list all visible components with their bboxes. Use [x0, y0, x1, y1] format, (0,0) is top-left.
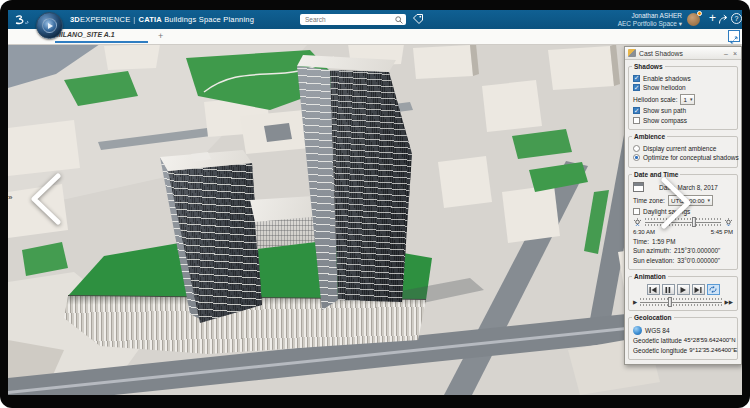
- brand-title: 3DEXPERIENCE|CATIA Buildings Space Plann…: [70, 15, 254, 24]
- optimize-shadows-radio[interactable]: [633, 154, 640, 161]
- datum-value: WGS 84: [645, 327, 670, 334]
- latitude-label: Geodetic latitude: [633, 337, 682, 344]
- minimize-button[interactable]: –: [723, 50, 729, 57]
- speed-slider-thumb[interactable]: [668, 297, 672, 307]
- longitude-value: 9°12'35.246400"E: [689, 347, 737, 354]
- animation-speed-slider[interactable]: [640, 298, 721, 306]
- sunset-icon: [724, 218, 733, 227]
- search-icon[interactable]: [395, 16, 403, 24]
- 3ds-logo-icon: [14, 14, 30, 26]
- compass-inner: [42, 18, 57, 33]
- row-longitude: Geodetic longitude 9°12'35.246400"E: [633, 347, 733, 354]
- share-icon[interactable]: [718, 14, 729, 25]
- panel-header[interactable]: Cast Shadows – ×: [625, 47, 741, 60]
- sunset-time: 5:45 PM: [711, 229, 733, 235]
- user-name: Jonathan ASHER: [618, 12, 682, 20]
- heliodon-scale-dropdown[interactable]: 1: [680, 94, 695, 105]
- sun-elevation-value: 33°0'0.000000": [677, 257, 720, 264]
- search-input[interactable]: [303, 15, 395, 24]
- speed-faster-icon[interactable]: ▶▶: [725, 299, 733, 305]
- tab-bar: MILANO_SITE A.1 +: [8, 29, 742, 45]
- row-show-compass[interactable]: Show compass: [633, 117, 733, 124]
- add-content-button[interactable]: +: [709, 11, 716, 25]
- enable-shadows-label: Enable shadows: [643, 75, 691, 82]
- time-value: 1:59 PM: [652, 238, 675, 245]
- previous-view-arrow[interactable]: [26, 172, 66, 226]
- group-ambience-title: Ambience: [632, 133, 667, 140]
- group-shadows-title: Shadows: [632, 63, 665, 70]
- brand-app: CATIA: [139, 15, 162, 24]
- animation-speed-row: ▶ ▶▶: [633, 298, 733, 306]
- next-view-arrow[interactable]: [656, 176, 696, 230]
- group-ambience: Ambience Display current ambience Optimi…: [628, 136, 738, 168]
- close-icon[interactable]: ×: [732, 50, 738, 57]
- group-geolocation: Geolocation WGS 84 Geodetic latitude 45°…: [628, 317, 738, 360]
- skip-to-start-button[interactable]: [647, 284, 660, 295]
- sunrise-icon: [633, 218, 642, 227]
- user-info[interactable]: Jonathan ASHER AEC Portfolio Space ▾: [618, 12, 682, 28]
- active-tab-underline: [55, 41, 148, 43]
- show-sun-path-label: Show sun path: [643, 107, 686, 114]
- app-window: 3DEXPERIENCE|CATIA Buildings Space Plann…: [8, 10, 742, 395]
- skip-to-end-button[interactable]: [692, 284, 705, 295]
- compass-play-icon: [48, 23, 53, 29]
- show-heliodon-label: Show heliodon: [643, 84, 686, 91]
- row-datum: WGS 84: [633, 326, 733, 335]
- sunrise-time: 6:30 AM: [633, 229, 655, 235]
- user-space-selector[interactable]: AEC Portfolio Space ▾: [618, 20, 682, 28]
- group-animation: Animation: [628, 276, 738, 311]
- row-show-heliodon[interactable]: Show heliodon: [633, 84, 733, 91]
- left-edge-expander-icon[interactable]: »: [8, 194, 12, 202]
- notification-dot: [697, 11, 702, 16]
- group-animation-title: Animation: [632, 273, 668, 280]
- latitude-value: 45°28'59.642400"N: [684, 337, 736, 344]
- group-shadows: Shadows Enable shadows Show heliodon Hel…: [628, 66, 738, 130]
- search-box[interactable]: [300, 14, 406, 25]
- viewport-3d[interactable]: » Cast Shadows – × Shadows Enable shadow…: [8, 44, 742, 395]
- row-show-sun-path[interactable]: Show sun path: [633, 107, 733, 114]
- play-button[interactable]: [677, 284, 690, 295]
- speed-slower-icon[interactable]: ▶: [633, 299, 637, 305]
- row-display-current-ambience[interactable]: Display current ambience: [633, 145, 733, 152]
- brand-module: Buildings Space Planning: [164, 15, 254, 24]
- loop-animation-toggle[interactable]: [707, 284, 720, 295]
- row-optimize-shadows[interactable]: Optimize for conceptual shadows: [633, 154, 733, 161]
- group-geolocation-title: Geolocation: [632, 314, 674, 321]
- top-bar: 3DEXPERIENCE|CATIA Buildings Space Plann…: [8, 10, 742, 29]
- brand-separator: |: [133, 15, 135, 24]
- chevron-down-icon: ▾: [679, 20, 682, 27]
- sun-azimuth-value: 215°3'0.000000": [674, 247, 720, 254]
- avatar[interactable]: [687, 13, 700, 26]
- sun-azimuth-label: Sun azimuth:: [633, 247, 671, 254]
- add-tab-button[interactable]: +: [158, 31, 163, 41]
- show-compass-checkbox[interactable]: [633, 117, 640, 124]
- heliodon-scale-label: Heliodon scale:: [633, 96, 677, 103]
- longitude-label: Geodetic longitude: [633, 347, 687, 354]
- enable-shadows-checkbox[interactable]: [633, 75, 640, 82]
- tab-milano-site[interactable]: MILANO_SITE A.1: [55, 31, 115, 38]
- panel-title: Cast Shadows: [639, 50, 720, 57]
- display-current-ambience-label: Display current ambience: [643, 145, 716, 152]
- animation-controls: [633, 284, 733, 295]
- row-sun-elevation: Sun elevation:33°0'0.000000": [633, 257, 733, 264]
- cast-shadows-icon: [628, 49, 636, 57]
- help-button[interactable]: ?: [731, 13, 742, 24]
- row-enable-shadows[interactable]: Enable shadows: [633, 75, 733, 82]
- expand-view-button[interactable]: [728, 30, 740, 42]
- sun-elevation-label: Sun elevation:: [633, 257, 674, 264]
- 3dexperience-compass-icon[interactable]: [36, 12, 63, 39]
- daylight-savings-checkbox[interactable]: [633, 208, 640, 215]
- calendar-icon[interactable]: [633, 182, 644, 192]
- row-heliodon-scale: Heliodon scale: 1: [633, 94, 733, 105]
- device-frame: 3DEXPERIENCE|CATIA Buildings Space Plann…: [0, 0, 750, 408]
- globe-icon: [633, 326, 642, 335]
- tag-icon[interactable]: [412, 13, 424, 25]
- show-heliodon-checkbox[interactable]: [633, 84, 640, 91]
- brand-experience: EXPERIENCE: [80, 15, 130, 24]
- time-label: Time:: [633, 238, 649, 245]
- optimize-shadows-label: Optimize for conceptual shadows: [643, 154, 739, 161]
- pause-button[interactable]: [662, 284, 675, 295]
- show-compass-label: Show compass: [643, 117, 687, 124]
- display-current-ambience-radio[interactable]: [633, 145, 640, 152]
- show-sun-path-checkbox[interactable]: [633, 107, 640, 114]
